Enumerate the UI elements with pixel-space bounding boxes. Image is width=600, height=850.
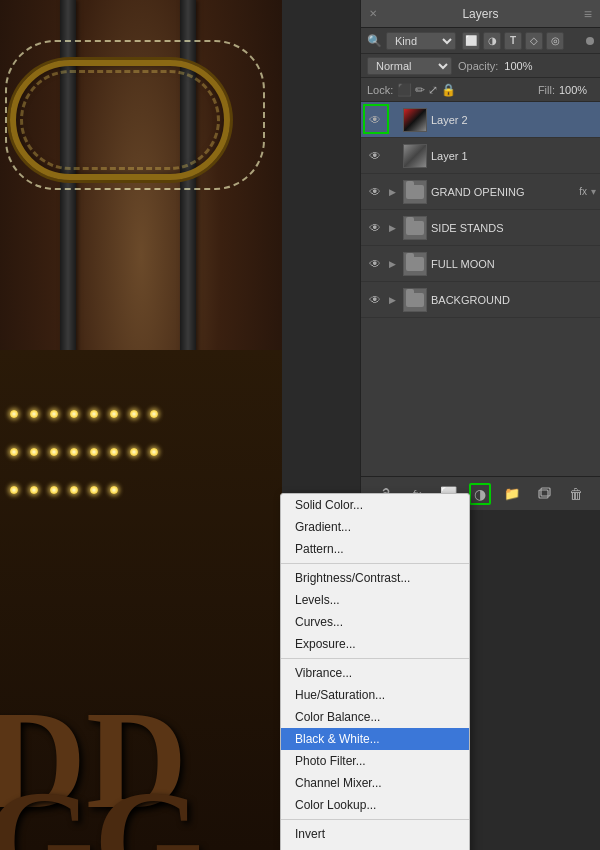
fill-value[interactable]: 100% bbox=[559, 84, 594, 96]
filter-shape-btn[interactable]: ◇ bbox=[525, 32, 543, 50]
blend-mode-row: Normal Opacity: 100% bbox=[361, 54, 600, 78]
filter-pixel-btn[interactable]: ⬜ bbox=[462, 32, 480, 50]
layer2-expand-icon bbox=[385, 110, 399, 130]
svg-rect-1 bbox=[541, 488, 550, 496]
folder-icon-grand-opening bbox=[406, 185, 424, 199]
layer-item-grand-opening[interactable]: 👁 ▶ GRAND OPENING fx ▾ bbox=[361, 174, 600, 210]
menu-levels[interactable]: Levels... bbox=[281, 589, 469, 611]
menu-photo-filter[interactable]: Photo Filter... bbox=[281, 750, 469, 772]
background-expand[interactable]: ▶ bbox=[385, 290, 399, 310]
opacity-label: Opacity: bbox=[458, 60, 498, 72]
grand-opening-thumbnail bbox=[403, 180, 427, 204]
layers-list: 👁 Layer 2 👁 Layer 1 👁 ▶ GRAND OPENING fx… bbox=[361, 102, 600, 476]
panel-title: Layers bbox=[462, 7, 498, 21]
lock-row: Lock: ⬛ ✏ ⤢ 🔒 Fill: 100% bbox=[361, 78, 600, 102]
fill-label: Fill: bbox=[538, 84, 555, 96]
menu-divider-1 bbox=[281, 563, 469, 564]
panel-close-icon[interactable]: ✕ bbox=[369, 8, 377, 19]
folder-footer-button[interactable]: 📁 bbox=[501, 483, 523, 505]
delete-footer-button[interactable]: 🗑 bbox=[565, 483, 587, 505]
layer2-thumbnail bbox=[403, 108, 427, 132]
lock-icons-group: ⬛ ✏ ⤢ 🔒 bbox=[397, 83, 456, 97]
side-stands-thumbnail bbox=[403, 216, 427, 240]
filter-row: 🔍 Kind ⬜ ◑ T ◇ ◎ bbox=[361, 28, 600, 54]
panel-titlebar: ✕ Layers ≡ bbox=[361, 0, 600, 28]
folder-icon-side-stands bbox=[406, 221, 424, 235]
layer1-name: Layer 1 bbox=[431, 150, 596, 162]
kind-filter-select[interactable]: Kind bbox=[386, 32, 456, 50]
menu-invert[interactable]: Invert bbox=[281, 823, 469, 845]
menu-color-lookup[interactable]: Color Lookup... bbox=[281, 794, 469, 816]
full-moon-visibility[interactable]: 👁 bbox=[365, 254, 385, 274]
menu-posterize[interactable]: Posterize... bbox=[281, 845, 469, 850]
panel-menu-icon[interactable]: ≡ bbox=[584, 6, 592, 22]
lock-all-icon[interactable]: 🔒 bbox=[441, 83, 456, 97]
layer-item-background[interactable]: 👁 ▶ BACKGROUND bbox=[361, 282, 600, 318]
new-layer-footer-button[interactable] bbox=[533, 483, 555, 505]
menu-color-balance[interactable]: Color Balance... bbox=[281, 706, 469, 728]
layer-item-side-stands[interactable]: 👁 ▶ SIDE STANDS bbox=[361, 210, 600, 246]
lock-checkerboard-icon[interactable]: ⬛ bbox=[397, 83, 412, 97]
grand-opening-chevron: ▾ bbox=[591, 186, 596, 197]
layer-item-layer1[interactable]: 👁 Layer 1 bbox=[361, 138, 600, 174]
layer1-expand-icon bbox=[385, 146, 399, 166]
menu-black-white[interactable]: Black & White... bbox=[281, 728, 469, 750]
background-thumbnail bbox=[403, 288, 427, 312]
blend-mode-select[interactable]: Normal bbox=[367, 57, 452, 75]
grand-opening-name: GRAND OPENING bbox=[431, 186, 579, 198]
layers-panel: ✕ Layers ≡ 🔍 Kind ⬜ ◑ T ◇ ◎ Normal Opaci… bbox=[360, 0, 600, 510]
canvas-background: D D G G bbox=[0, 0, 282, 850]
filter-adjustment-btn[interactable]: ◑ bbox=[483, 32, 501, 50]
full-moon-name: FULL MOON bbox=[431, 258, 596, 270]
side-stands-name: SIDE STANDS bbox=[431, 222, 596, 234]
menu-pattern[interactable]: Pattern... bbox=[281, 538, 469, 560]
filter-search-icon: 🔍 bbox=[367, 34, 382, 48]
full-moon-expand[interactable]: ▶ bbox=[385, 254, 399, 274]
grand-opening-fx: fx bbox=[579, 186, 587, 197]
full-moon-thumbnail bbox=[403, 252, 427, 276]
adjustment-footer-button[interactable]: ◑ bbox=[469, 483, 491, 505]
adjustment-dropdown-menu: Solid Color... Gradient... Pattern... Br… bbox=[280, 493, 470, 850]
lock-draw-icon[interactable]: ✏ bbox=[415, 83, 425, 97]
layer-item-full-moon[interactable]: 👁 ▶ FULL MOON bbox=[361, 246, 600, 282]
layer-item-layer2[interactable]: 👁 Layer 2 bbox=[361, 102, 600, 138]
grand-opening-visibility[interactable]: 👁 bbox=[365, 182, 385, 202]
menu-divider-3 bbox=[281, 819, 469, 820]
side-stands-visibility[interactable]: 👁 bbox=[365, 218, 385, 238]
menu-brightness-contrast[interactable]: Brightness/Contrast... bbox=[281, 567, 469, 589]
menu-vibrance[interactable]: Vibrance... bbox=[281, 662, 469, 684]
canvas-area: D D G G bbox=[0, 0, 282, 850]
opacity-value[interactable]: 100% bbox=[504, 60, 539, 72]
menu-channel-mixer[interactable]: Channel Mixer... bbox=[281, 772, 469, 794]
menu-divider-2 bbox=[281, 658, 469, 659]
svg-rect-0 bbox=[539, 490, 548, 498]
marquee-sign bbox=[10, 60, 230, 180]
layer2-visibility-icon[interactable]: 👁 bbox=[365, 110, 385, 130]
lock-move-icon[interactable]: ⤢ bbox=[428, 83, 438, 97]
background-name: BACKGROUND bbox=[431, 294, 596, 306]
layer2-name: Layer 2 bbox=[431, 114, 596, 126]
menu-curves[interactable]: Curves... bbox=[281, 611, 469, 633]
menu-solid-color[interactable]: Solid Color... bbox=[281, 494, 469, 516]
grand-opening-expand[interactable]: ▶ bbox=[385, 182, 399, 202]
background-visibility[interactable]: 👁 bbox=[365, 290, 385, 310]
bottom-letters: D D G G bbox=[0, 350, 282, 850]
filter-icons-group: ⬜ ◑ T ◇ ◎ bbox=[462, 32, 564, 50]
marquee-dots bbox=[20, 70, 220, 170]
menu-gradient[interactable]: Gradient... bbox=[281, 516, 469, 538]
side-stands-expand[interactable]: ▶ bbox=[385, 218, 399, 238]
folder-icon-background bbox=[406, 293, 424, 307]
filter-type-btn[interactable]: T bbox=[504, 32, 522, 50]
menu-exposure[interactable]: Exposure... bbox=[281, 633, 469, 655]
layer1-thumbnail bbox=[403, 144, 427, 168]
lock-label: Lock: bbox=[367, 84, 393, 96]
menu-hue-saturation[interactable]: Hue/Saturation... bbox=[281, 684, 469, 706]
folder-icon-full-moon bbox=[406, 257, 424, 271]
filter-toggle-dot[interactable] bbox=[586, 37, 594, 45]
layer1-visibility-icon[interactable]: 👁 bbox=[365, 146, 385, 166]
filter-smart-btn[interactable]: ◎ bbox=[546, 32, 564, 50]
